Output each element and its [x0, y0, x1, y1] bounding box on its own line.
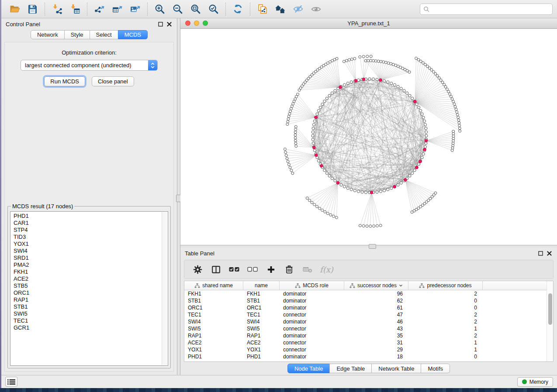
table-cell[interactable]: FKH1 [184, 290, 243, 297]
table-cell[interactable]: SWI5 [243, 325, 280, 332]
settings-gear-button[interactable] [190, 262, 205, 277]
table-cell[interactable]: 0 [408, 353, 483, 360]
float-panel-button[interactable] [538, 251, 543, 256]
table-cell[interactable]: dominator [280, 297, 344, 304]
minimize-window-icon[interactable] [194, 21, 199, 26]
refresh-layout-button[interactable] [229, 2, 247, 17]
table-cell[interactable]: 43 [344, 325, 408, 332]
table-cell[interactable]: 1 [408, 325, 483, 332]
mcds-result-list[interactable]: PHD1CAR1STP4TID3YOX1SWI4SRD1PMA2FKH1ACE2… [10, 211, 168, 366]
table-cell[interactable]: TEC1 [243, 311, 280, 318]
column-header-successor-nodes[interactable]: successor nodes [344, 281, 408, 290]
table-row[interactable]: RAP1RAP1dominator352 [184, 332, 553, 339]
save-session-button[interactable] [24, 2, 42, 17]
table-cell[interactable]: 1 [408, 339, 483, 346]
table-cell[interactable]: 0 [408, 297, 483, 304]
table-cell[interactable]: STB1 [184, 297, 243, 304]
mcds-result-item[interactable]: ORC1 [14, 289, 168, 296]
mcds-result-item[interactable]: PMA2 [14, 261, 168, 268]
table-cell[interactable]: RAP1 [243, 332, 280, 339]
table-cell[interactable]: dominator [280, 290, 344, 297]
show-all-button[interactable] [307, 2, 325, 17]
table-cell[interactable]: 35 [344, 332, 408, 339]
mcds-result-item[interactable]: SWI4 [14, 248, 168, 254]
select-all-button[interactable] [226, 262, 242, 277]
table-cell[interactable]: 29 [344, 346, 408, 353]
column-header-shared-name[interactable]: shared name [184, 281, 243, 290]
table-cell[interactable]: PHD1 [243, 353, 280, 360]
memory-button[interactable]: Memory [517, 377, 553, 387]
table-cell[interactable]: 96 [344, 290, 408, 297]
mcds-result-item[interactable]: PHD1 [14, 213, 168, 220]
float-panel-button[interactable] [158, 22, 163, 27]
node-table[interactable]: shared namenameMCDS rolesuccessor nodesp… [184, 281, 554, 362]
table-cell[interactable]: 18 [344, 353, 408, 360]
table-cell[interactable]: connector [280, 339, 344, 346]
table-cell[interactable]: YOX1 [243, 346, 280, 353]
table-cell[interactable]: 61 [344, 304, 408, 311]
table-cell[interactable]: 2 [408, 332, 483, 339]
table-cell[interactable]: FKH1 [243, 290, 280, 297]
table-cell[interactable]: dominator [280, 353, 344, 360]
search-input[interactable] [432, 4, 549, 14]
zoom-window-icon[interactable] [203, 21, 208, 26]
table-cell[interactable]: 47 [344, 311, 408, 318]
mcds-result-item[interactable]: STP4 [14, 227, 168, 234]
tab-network-table[interactable]: Network Table [371, 364, 421, 373]
tab-node-table[interactable]: Node Table [287, 364, 330, 373]
zoom-fit-button[interactable] [187, 2, 204, 17]
vertical-splitter[interactable] [177, 18, 180, 375]
table-cell[interactable]: PHD1 [184, 353, 243, 360]
table-cell[interactable]: dominator [280, 304, 344, 311]
open-file-button[interactable] [6, 2, 24, 17]
deselect-all-button[interactable] [245, 262, 260, 277]
delete-column-button[interactable] [281, 262, 297, 277]
table-cell[interactable]: connector [280, 346, 344, 353]
table-cell[interactable]: SWI4 [184, 318, 243, 325]
mcds-result-item[interactable]: RAP1 [14, 296, 168, 303]
table-cell[interactable]: 2 [408, 290, 483, 297]
import-table-button[interactable] [66, 2, 84, 17]
mcds-result-item[interactable]: STB1 [14, 303, 168, 310]
mcds-result-item[interactable]: GCR1 [14, 324, 168, 331]
mcds-result-item[interactable]: TID3 [14, 234, 168, 241]
mcds-result-item[interactable]: YOX1 [14, 241, 168, 248]
table-cell[interactable]: ORC1 [184, 304, 243, 311]
show-panels-button[interactable] [5, 377, 17, 387]
network-titlebar[interactable]: YPA_prune.txt_1 [180, 18, 557, 29]
mcds-result-item[interactable]: FKH1 [14, 268, 168, 275]
table-cell[interactable]: 2 [408, 311, 483, 318]
table-cell[interactable]: STB1 [243, 297, 280, 304]
table-row[interactable]: YOX1YOX1connector291 [184, 346, 553, 353]
split-panel-button[interactable] [208, 262, 224, 277]
table-cell[interactable]: 0 [408, 304, 483, 311]
zoom-out-button[interactable] [169, 2, 187, 17]
table-cell[interactable]: 62 [344, 297, 408, 304]
table-cell[interactable]: ACE2 [184, 339, 243, 346]
column-header-predecessor-nodes[interactable]: predecessor nodes [408, 281, 483, 290]
table-cell[interactable]: 1 [408, 346, 483, 353]
zoom-in-button[interactable] [151, 2, 169, 17]
mcds-result-item[interactable]: CAR1 [14, 220, 168, 227]
column-header-name[interactable]: name [243, 281, 280, 290]
table-cell[interactable]: SWI5 [184, 325, 243, 332]
table-row[interactable]: TEC1TEC1connector472 [184, 311, 553, 318]
table-cell[interactable]: connector [280, 325, 344, 332]
close-panel-button[interactable] [547, 251, 552, 256]
table-scrollbar-thumb[interactable] [548, 293, 552, 325]
mcds-result-item[interactable]: SRD1 [14, 254, 168, 261]
splitter-grip[interactable] [369, 244, 376, 249]
close-mcds-panel-button[interactable]: Close panel [92, 76, 134, 86]
close-panel-button[interactable] [167, 22, 172, 27]
run-mcds-button[interactable]: Run MCDS [44, 76, 85, 86]
table-cell[interactable]: dominator [280, 318, 344, 325]
table-cell[interactable]: 46 [344, 318, 408, 325]
mcds-result-item[interactable]: ACE2 [14, 275, 168, 282]
table-cell[interactable]: 31 [344, 339, 408, 346]
table-row[interactable]: ACE2ACE2connector311 [184, 339, 553, 346]
tab-edge-table[interactable]: Edge Table [329, 364, 372, 373]
table-cell[interactable]: RAP1 [184, 332, 243, 339]
export-table-button[interactable] [108, 2, 126, 17]
mcds-result-item[interactable]: STB5 [14, 282, 168, 289]
table-cell[interactable]: YOX1 [184, 346, 243, 353]
